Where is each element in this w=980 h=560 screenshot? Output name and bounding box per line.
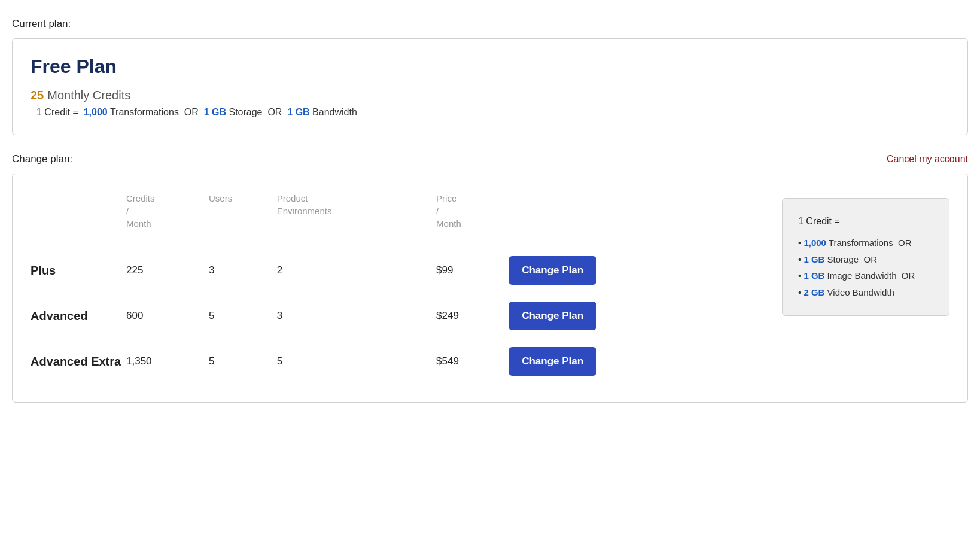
plan-row-plus: Plus 225 3 2 $99 Change Plan [31,248,764,293]
plans-box: Credits/ Month Users ProductEnvironments… [12,174,968,403]
col-header-name [31,192,126,248]
plan-name-plus: Plus [31,248,126,293]
cancel-account-link[interactable]: Cancel my account [887,154,968,165]
credits-label: Monthly Credits [47,89,130,102]
col-header-environments: ProductEnvironments [277,192,436,248]
info-item-storage: • 1 GB Storage OR [798,252,933,267]
info-item-video-bandwidth: • 2 GB Video Bandwidth [798,285,933,300]
plan-row-advanced-extra: Advanced Extra 1,350 5 5 $549 Change Pla… [31,339,764,384]
plan-price-advanced-extra: $549 [436,339,509,384]
plan-name: Free Plan [31,56,949,78]
plan-envs-plus: 2 [277,248,436,293]
credit-description: 1 Credit = 1,000 Transformations OR 1 GB… [36,107,949,118]
plan-credits-advanced-extra: 1,350 [126,339,209,384]
plan-price-plus: $99 [436,248,509,293]
col-header-price: Price/ Month [436,192,509,248]
plan-credits-plus: 225 [126,248,209,293]
plans-layout: Credits/ Month Users ProductEnvironments… [31,192,949,384]
plan-name-advanced: Advanced [31,293,126,339]
current-plan-label: Current plan: [12,18,968,30]
plans-table-area: Credits/ Month Users ProductEnvironments… [31,192,764,384]
change-plan-button-advanced[interactable]: Change Plan [509,302,596,330]
plan-price-advanced: $249 [436,293,509,339]
change-plan-button-advanced-extra[interactable]: Change Plan [509,347,596,376]
credits-line: 25 Monthly Credits [31,89,949,102]
plan-row-advanced: Advanced 600 5 3 $249 Change Plan [31,293,764,339]
transformations-value: 1,000 [84,107,108,117]
col-header-credits: Credits/ Month [126,192,209,248]
col-header-action [509,192,764,248]
plans-table: Credits/ Month Users ProductEnvironments… [31,192,764,384]
plan-credits-advanced: 600 [126,293,209,339]
change-plan-button-plus[interactable]: Change Plan [509,256,596,285]
bandwidth-value: 1 GB [287,107,309,117]
plan-users-plus: 3 [209,248,277,293]
plan-action-plus: Change Plan [509,248,764,293]
plan-action-advanced: Change Plan [509,293,764,339]
info-item-image-bandwidth: • 1 GB Image Bandwidth OR [798,268,933,284]
current-plan-section: Current plan: Free Plan 25 Monthly Credi… [12,18,968,135]
info-box-list: • 1,000 Transformations OR • 1 GB Storag… [798,235,933,300]
plan-users-advanced-extra: 5 [209,339,277,384]
info-item-transformations: • 1,000 Transformations OR [798,235,933,251]
plan-name-advanced-extra: Advanced Extra [31,339,126,384]
change-plan-section: Change plan: Cancel my account Credits/ … [12,153,968,403]
plan-envs-advanced-extra: 5 [277,339,436,384]
plan-envs-advanced: 3 [277,293,436,339]
change-plan-header: Change plan: Cancel my account [12,153,968,165]
credits-number: 25 [31,89,44,102]
credit-info-box: 1 Credit = • 1,000 Transformations OR • … [782,198,949,316]
plan-action-advanced-extra: Change Plan [509,339,764,384]
info-box-title: 1 Credit = [798,213,933,229]
current-plan-box: Free Plan 25 Monthly Credits 1 Credit = … [12,38,968,135]
plan-users-advanced: 5 [209,293,277,339]
change-plan-label: Change plan: [12,153,72,165]
col-header-users: Users [209,192,277,248]
storage-value: 1 GB [204,107,226,117]
